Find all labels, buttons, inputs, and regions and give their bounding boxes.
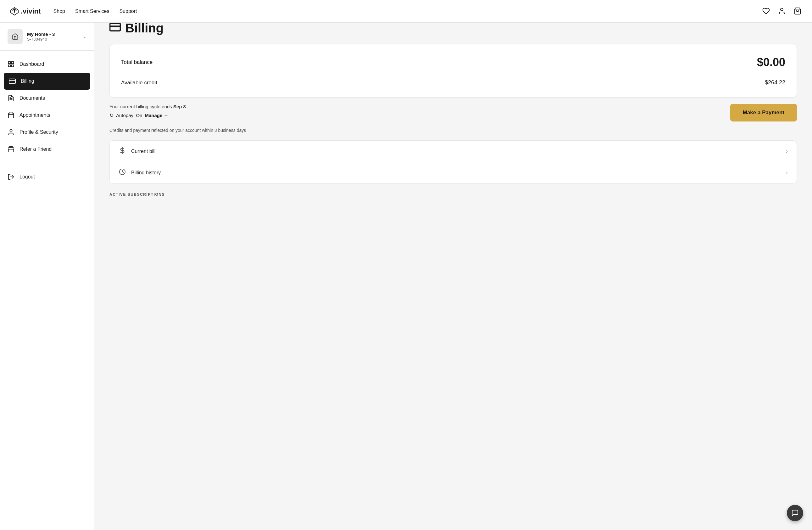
documents-icon — [8, 95, 14, 102]
logout-label: Logout — [19, 174, 35, 180]
autopay-icon: ↻ — [110, 112, 114, 118]
balance-divider — [121, 74, 785, 74]
sidebar-item-documents[interactable]: Documents — [0, 90, 94, 107]
current-bill-icon — [119, 147, 126, 155]
current-bill-label: Current bill — [131, 149, 155, 154]
billing-list-card: Current bill › Billing history › — [110, 140, 797, 183]
svg-rect-5 — [9, 65, 10, 67]
logout-icon — [8, 173, 14, 180]
nav-support[interactable]: Support — [119, 9, 137, 14]
svg-rect-3 — [12, 62, 14, 64]
billing-cycle-block: Your current billing cycle ends Sep 8 ↻ … — [110, 104, 186, 118]
account-id: S-7304940 — [27, 37, 78, 42]
sidebar-item-appointments[interactable]: Appointments — [0, 107, 94, 124]
billing-label: Billing — [21, 78, 34, 84]
main-content: My Account / Billing Billing Total balan… — [95, 0, 812, 214]
appointments-icon — [8, 112, 14, 118]
dashboard-icon — [8, 61, 14, 68]
logo-text: .vivint — [21, 7, 41, 15]
svg-rect-6 — [9, 79, 15, 84]
account-name: My Home - 3 — [27, 31, 78, 37]
billing-history-label: Billing history — [131, 170, 161, 176]
current-bill-row[interactable]: Current bill › — [110, 141, 797, 162]
header-left: .vivint Shop Smart Services Support — [10, 7, 137, 16]
svg-point-14 — [10, 130, 12, 132]
chevron-down-icon: ⌄ — [83, 34, 86, 39]
account-icon — [8, 29, 23, 44]
sidebar-item-billing[interactable]: Billing — [4, 73, 90, 90]
total-balance-amount: $0.00 — [757, 56, 785, 69]
total-balance-row: Total balance $0.00 — [121, 53, 785, 71]
billing-title-icon — [110, 22, 121, 35]
profile-icon[interactable] — [778, 7, 786, 15]
main-nav: Shop Smart Services Support — [54, 9, 137, 14]
refer-label: Refer a Friend — [19, 147, 52, 152]
account-info: My Home - 3 S-7304940 — [27, 31, 78, 42]
sidebar-item-logout[interactable]: Logout — [0, 168, 94, 185]
billing-cycle-text: Your current billing cycle ends Sep 8 — [110, 104, 186, 109]
svg-rect-2 — [9, 62, 10, 64]
available-credit-row: Available credit $264.22 — [121, 77, 785, 88]
page-title-row: Billing — [110, 21, 797, 35]
nav-smart-services[interactable]: Smart Services — [75, 9, 109, 14]
profile-security-icon — [8, 129, 14, 136]
total-balance-label: Total balance — [121, 59, 153, 66]
balance-card: Total balance $0.00 Available credit $26… — [110, 44, 797, 98]
account-selector[interactable]: My Home - 3 S-7304940 ⌄ — [0, 23, 94, 51]
cart-icon[interactable] — [794, 7, 802, 15]
appointments-label: Appointments — [19, 112, 50, 118]
documents-label: Documents — [19, 95, 45, 101]
logo[interactable]: .vivint — [10, 7, 41, 16]
sidebar-item-dashboard[interactable]: Dashboard — [0, 56, 94, 73]
header-right — [762, 7, 802, 15]
current-bill-left: Current bill — [119, 147, 155, 155]
current-bill-chevron: › — [786, 148, 788, 155]
page-title: Billing — [125, 21, 163, 35]
header: .vivint Shop Smart Services Support — [0, 0, 812, 23]
logo-icon — [10, 7, 19, 16]
billing-info-row: Your current billing cycle ends Sep 8 ↻ … — [110, 104, 797, 122]
manage-link[interactable]: Manage → — [145, 113, 168, 118]
billing-history-left: Billing history — [119, 168, 161, 177]
billing-history-chevron: › — [786, 169, 788, 176]
nav-section-main: Dashboard Billing — [0, 51, 94, 163]
svg-rect-4 — [12, 65, 14, 67]
billing-cycle-date: Sep 8 — [173, 104, 186, 109]
autopay-label: Autopay: On — [116, 113, 142, 118]
billing-icon — [9, 78, 16, 85]
available-credit-label: Available credit — [121, 80, 157, 86]
svg-rect-18 — [110, 23, 120, 31]
dashboard-label: Dashboard — [19, 61, 44, 67]
make-payment-button[interactable]: Make a Payment — [730, 104, 797, 122]
available-credit-amount: $264.22 — [765, 79, 785, 86]
billing-history-row[interactable]: Billing history › — [110, 162, 797, 183]
active-subscriptions-header: ACTIVE SUBSCRIPTIONS — [110, 192, 797, 197]
autopay-row: ↻ Autopay: On Manage → — [110, 112, 186, 118]
wishlist-icon[interactable] — [762, 7, 770, 15]
svg-point-0 — [781, 8, 783, 11]
svg-rect-10 — [9, 113, 14, 118]
sidebar-item-profile[interactable]: Profile & Security — [0, 124, 94, 141]
logout-section: Logout — [0, 163, 94, 191]
profile-label: Profile & Security — [19, 129, 58, 135]
sidebar: My Home - 3 S-7304940 ⌄ Dashboard — [0, 23, 95, 214]
sidebar-item-refer[interactable]: Refer a Friend — [0, 141, 94, 158]
billing-history-icon — [119, 168, 126, 177]
nav-shop[interactable]: Shop — [54, 9, 65, 14]
credits-note: Credits and payment reflected on your ac… — [110, 128, 797, 133]
refer-icon — [8, 146, 14, 153]
